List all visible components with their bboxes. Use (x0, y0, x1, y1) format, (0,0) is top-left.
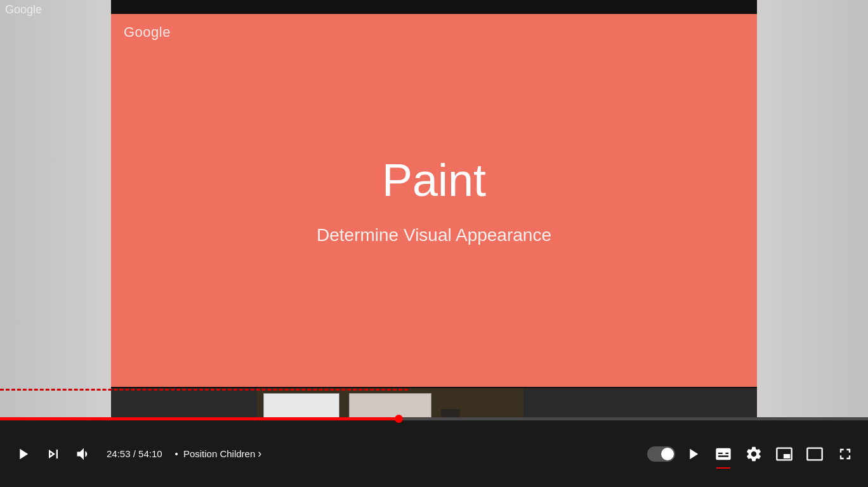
main-slide: Google Paint Determine Visual Appearance (111, 13, 757, 387)
next-icon (44, 445, 62, 463)
progress-track[interactable] (0, 417, 868, 420)
play-icon (14, 445, 32, 463)
black-bar-top (111, 0, 757, 14)
fullscreen-icon (836, 445, 854, 463)
chapter-name: Position Children (183, 448, 255, 459)
side-panel-right (757, 0, 868, 487)
video-container: Google Google Paint Determine Visual App… (0, 0, 868, 487)
subtitles-active-indicator (716, 467, 730, 469)
subtitles-icon (714, 445, 732, 463)
time-display: 24:53 / 54:10 (107, 448, 162, 459)
current-time: 24:53 (107, 448, 131, 459)
next-button[interactable] (41, 441, 66, 467)
controls-bar: 24:53 / 54:10 • Position Children › (0, 417, 868, 487)
total-time: 54:10 (138, 448, 162, 459)
play-button[interactable] (10, 441, 36, 467)
slide-title: Paint (382, 154, 486, 206)
top-google-logo: Google (5, 3, 42, 16)
volume-icon (75, 445, 93, 463)
toggle-thumb (661, 448, 674, 460)
miniplayer-icon (775, 445, 793, 463)
progress-filled (0, 417, 399, 420)
volume-button[interactable] (71, 441, 96, 467)
settings-icon (745, 445, 763, 463)
progress-dashed-line (0, 389, 408, 391)
miniplayer-button[interactable] (772, 441, 797, 467)
chapter-arrow-icon: › (258, 447, 261, 460)
fullscreen-button[interactable] (832, 441, 858, 467)
autoplay-toggle[interactable] (647, 446, 675, 462)
side-panel-left (0, 0, 111, 487)
chapter-info[interactable]: • Position Children › (173, 447, 262, 460)
settings-button[interactable] (741, 441, 766, 467)
autoplay-play-button[interactable] (680, 441, 706, 467)
slide-google-logo: Google (124, 24, 171, 41)
controls-row: 24:53 / 54:10 • Position Children › (0, 420, 868, 487)
subtitles-wrapper (711, 441, 736, 467)
subtitles-button[interactable] (711, 441, 736, 467)
time-separator: / (133, 448, 138, 459)
toggle-track[interactable] (647, 446, 675, 462)
theater-icon (806, 445, 824, 463)
theater-button[interactable] (802, 441, 827, 467)
autoplay-next-icon (684, 445, 702, 463)
slide-area: Google Paint Determine Visual Appearance (0, 0, 868, 487)
slide-subtitle: Determine Visual Appearance (317, 225, 551, 245)
chapter-dot: • (175, 448, 178, 459)
